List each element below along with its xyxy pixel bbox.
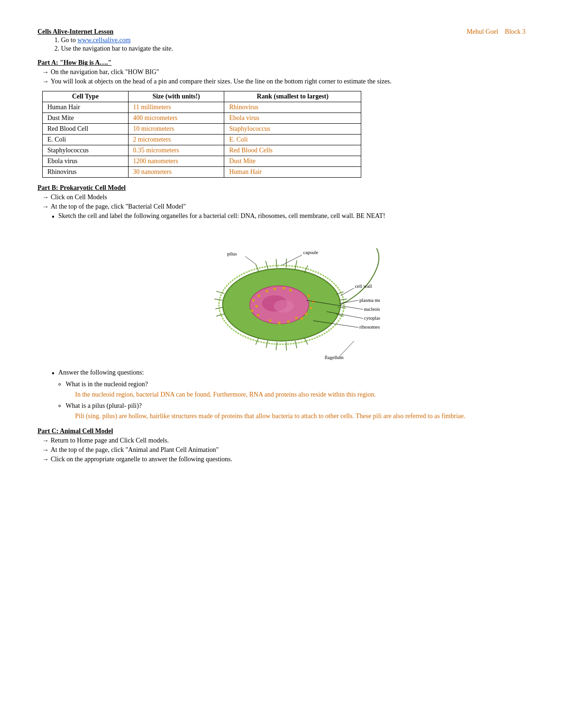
cell-type-cell: Red Blood Cell [43, 124, 129, 135]
part-c-arrow2: → At the top of the page, click "Animal … [42, 446, 525, 454]
svg-line-14 [216, 291, 224, 293]
size-cell: 10 micrometers [128, 124, 224, 135]
bullet-section-b: • Sketch the cell and label the followin… [52, 212, 525, 223]
arrow-icon-3: → [42, 194, 49, 201]
instructions-list: Go to www.cellsalive.com Use the navigat… [61, 37, 525, 53]
svg-line-43 [282, 255, 302, 265]
size-cell: 400 micrometers [128, 113, 224, 124]
arrow-icon-6: → [42, 446, 49, 454]
cell-size-table: Cell Type Size (with units!) Rank (small… [42, 91, 361, 178]
answer-2-text: Pili (sing. pilus) are hollow, hairlike … [75, 411, 525, 421]
question-1-item: What is in the nucleoid region? [66, 381, 525, 388]
rank-cell: Ebola virus [224, 113, 361, 124]
svg-line-2 [266, 261, 268, 269]
svg-text:flagellum: flagellum [325, 355, 344, 360]
header-row: Cells Alive-Internet Lesson Mehul Goel B… [38, 28, 525, 36]
part-c-arrow1: → Return to Home page and Click Cell mod… [42, 437, 525, 444]
col-cell-type: Cell Type [43, 91, 129, 102]
table-body: Human Hair11 millimetersRhinovirusDust M… [43, 102, 361, 178]
part-c-arrow3: → Click on the appropriate organelle to … [42, 456, 525, 463]
page-title: Cells Alive-Internet Lesson [38, 28, 114, 36]
part-b-arrow2: → At the top of the page, click "Bacteri… [42, 203, 525, 210]
answer-questions-bullet: • Answer the following questions: [52, 369, 525, 379]
part-a-arrow2: → You will look at objects on the head o… [42, 78, 525, 85]
cellsalive-link[interactable]: www.cellsalive.com [77, 37, 130, 44]
cell-type-cell: Human Hair [43, 102, 129, 113]
svg-point-39 [269, 319, 272, 322]
table-row: Rhinovirus30 nanometersHuman Hair [43, 167, 361, 178]
svg-text:nucleoid (DNA): nucleoid (DNA) [364, 306, 380, 312]
question-2-item: What is a pilus (plural- pili)? [66, 402, 525, 410]
table-row: E. Coli2 micrometersE. Coli [43, 135, 361, 145]
cell-diagram-container: capsule pilus cell wall plasma membrane … [38, 230, 525, 361]
svg-text:cytoplasm: cytoplasm [364, 315, 380, 321]
part-c-header: Part C: Animal Cell Model [38, 428, 525, 435]
table-row: Human Hair11 millimetersRhinovirus [43, 102, 361, 113]
part-b-arrow1: → Click on Cell Models [42, 194, 525, 201]
table-row: Dust Mite400 micrometersEbola virus [43, 113, 361, 124]
arrow-icon-1: → [42, 68, 49, 76]
svg-text:capsule: capsule [303, 250, 318, 255]
instruction-1: Go to www.cellsalive.com [61, 37, 525, 44]
svg-point-41 [287, 320, 290, 323]
svg-point-37 [289, 289, 292, 292]
svg-line-12 [214, 299, 222, 300]
arrow-icon-7: → [42, 456, 49, 463]
col-rank: Rank (smallest to largest) [224, 91, 361, 102]
svg-line-45 [245, 256, 256, 264]
svg-point-32 [310, 307, 312, 309]
svg-line-58 [339, 341, 354, 357]
svg-point-36 [282, 286, 285, 289]
bullet-section-questions: • Answer the following questions: [52, 369, 525, 379]
bullet-dot-1: • [52, 212, 54, 223]
page-content: Cells Alive-Internet Lesson Mehul Goel B… [38, 28, 525, 463]
svg-line-19 [295, 340, 297, 348]
rank-cell: E. Coli [224, 135, 361, 145]
arrow-icon-4: → [42, 203, 49, 210]
rank-cell: Rhinovirus [224, 102, 361, 113]
instruction-2: Use the navigation bar to navigate the s… [61, 45, 525, 53]
cell-type-cell: Dust Mite [43, 113, 129, 124]
cell-type-cell: E. Coli [43, 135, 129, 145]
answer-1-text: In the nucleoid region, bacterial DNA ca… [75, 390, 525, 399]
svg-point-35 [274, 287, 276, 290]
questions-list: What is in the nucleoid region? [66, 381, 525, 388]
part-b-header: Part B: Prokaryotic Cell Model [38, 184, 525, 192]
svg-point-33 [305, 312, 308, 315]
svg-line-3 [276, 259, 277, 267]
svg-text:ribosomes: ribosomes [359, 324, 380, 330]
svg-line-5 [295, 260, 297, 269]
cell-type-cell: Rhinovirus [43, 167, 129, 178]
rank-cell: Dust Mite [224, 156, 361, 167]
arrow-icon-5: → [42, 437, 49, 444]
size-cell: 2 micrometers [128, 135, 224, 145]
svg-line-16 [266, 340, 268, 347]
svg-point-26 [252, 299, 255, 301]
svg-text:pilus: pilus [227, 251, 237, 256]
student-info: Mehul Goel Block 3 [467, 28, 525, 36]
table-header-row: Cell Type Size (with units!) Rank (small… [43, 91, 361, 102]
table-row: Ebola virus1200 nanometersDust Mite [43, 156, 361, 167]
svg-text:plasma membrane: plasma membrane [359, 297, 380, 302]
size-cell: 30 nanometers [128, 167, 224, 178]
col-size: Size (with units!) [128, 91, 224, 102]
rank-cell: Human Hair [224, 167, 361, 178]
part-a-arrow1: → On the navigation bar, click "HOW BIG" [42, 68, 525, 76]
svg-point-28 [251, 309, 253, 312]
cell-diagram: capsule pilus cell wall plasma membrane … [183, 230, 380, 361]
size-cell: 0.35 micrometers [128, 145, 224, 156]
arrow-icon-2: → [42, 78, 49, 85]
size-cell: 11 millimeters [128, 102, 224, 113]
rank-cell: Staphylococcus [224, 124, 361, 135]
svg-point-42 [295, 316, 298, 319]
svg-point-27 [255, 305, 258, 308]
cell-diagram-svg: capsule pilus cell wall plasma membrane … [183, 230, 380, 361]
bullet-dot-2: • [52, 369, 54, 379]
svg-point-24 [274, 300, 294, 312]
svg-point-25 [258, 294, 260, 297]
cell-type-cell: Staphylococcus [43, 145, 129, 156]
svg-point-30 [307, 294, 310, 297]
rank-cell: Red Blood Cells [224, 145, 361, 156]
questions-list-2: What is a pilus (plural- pili)? [66, 402, 525, 410]
svg-point-38 [266, 290, 268, 293]
